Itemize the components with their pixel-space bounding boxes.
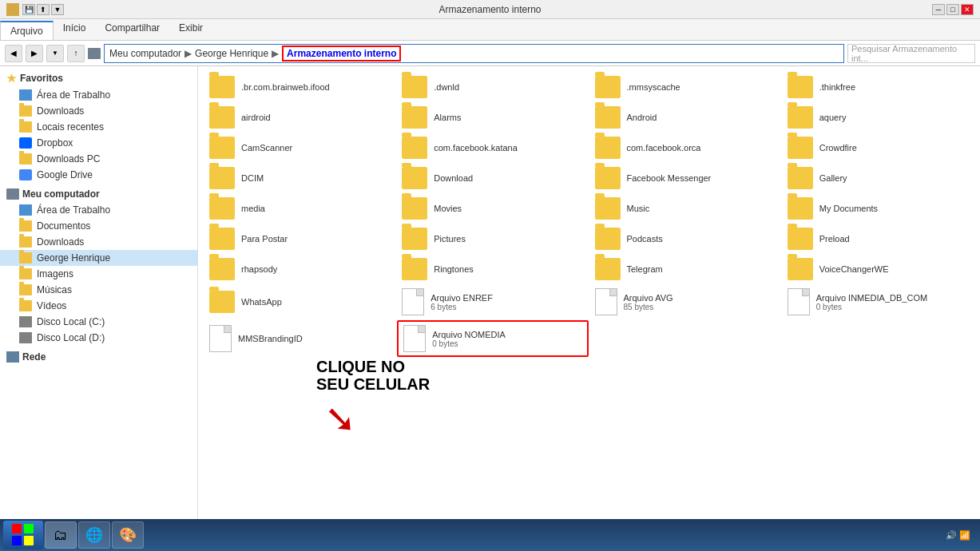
list-item[interactable]: Preload xyxy=(783,224,974,253)
sidebar-favorites-header[interactable]: ★ Favoritos xyxy=(0,69,197,87)
chrome-icon: 🌐 xyxy=(85,526,103,544)
sidebar-network-label: Rede xyxy=(22,351,46,363)
list-item[interactable]: Telegram xyxy=(590,255,781,283)
search-placeholder: Pesquisar Armazenamento int... xyxy=(851,44,971,63)
folder-icon-large xyxy=(595,137,621,159)
breadcrumb-george[interactable]: George Henrique xyxy=(195,48,268,59)
folder-icon-large xyxy=(788,137,813,159)
folder-icon-large xyxy=(402,76,427,98)
file-icon xyxy=(403,325,426,352)
tab-inicio[interactable]: Início xyxy=(54,19,96,40)
list-item[interactable]: Arquivo INMEDIA_DB_COM0 bytes xyxy=(783,285,974,319)
list-item[interactable]: Para Postar xyxy=(204,224,395,253)
list-item[interactable]: DCIM xyxy=(204,164,395,192)
list-item[interactable]: Download xyxy=(397,164,588,192)
list-item[interactable]: Pictures xyxy=(397,224,588,253)
file-size: 85 bytes xyxy=(624,303,673,311)
sidebar-item-george[interactable]: George Henrique xyxy=(0,250,197,266)
list-item[interactable]: aquery xyxy=(783,103,974,132)
up-button[interactable]: ↑ xyxy=(67,45,85,62)
folder-icon xyxy=(19,268,32,279)
sidebar-item-downloads[interactable]: Downloads xyxy=(0,234,197,250)
save-btn[interactable]: 💾 xyxy=(22,4,35,15)
file-size: 0 bytes xyxy=(432,339,506,348)
back-button[interactable]: ◀ xyxy=(5,45,22,62)
start-button[interactable] xyxy=(3,521,43,549)
address-bar: ◀ ▶ ▼ ↑ Meu computador ▶ George Henrique… xyxy=(0,41,980,66)
folder-icon xyxy=(19,105,32,117)
dropbox-icon xyxy=(19,137,32,149)
folder-icon-large xyxy=(788,197,813,220)
list-item[interactable]: Arquivo AVG85 bytes xyxy=(590,285,781,319)
breadcrumb-computer[interactable]: Meu computador xyxy=(109,48,181,59)
list-item[interactable]: Arquivo ENREF6 bytes xyxy=(397,285,588,319)
sidebar-item-images[interactable]: Imagens xyxy=(0,266,197,282)
sidebar-item-downloads-fav[interactable]: Downloads xyxy=(0,103,197,119)
list-item[interactable]: airdroid xyxy=(204,103,395,132)
folder-icon-large xyxy=(595,76,621,98)
list-item[interactable]: Crowdfire xyxy=(783,133,974,162)
up-btn[interactable]: ⬆ xyxy=(37,4,50,15)
tab-arquivo[interactable]: Arquivo xyxy=(0,21,54,40)
network-icon xyxy=(6,351,19,363)
folder-icon-large xyxy=(209,258,235,280)
folder-name: Facebook Messenger xyxy=(627,173,712,183)
list-item[interactable]: WhatsApp xyxy=(204,285,395,319)
search-box[interactable]: Pesquisar Armazenamento int... xyxy=(847,44,975,63)
list-item[interactable]: Alarms xyxy=(397,103,588,132)
list-item[interactable]: .thinkfree xyxy=(783,73,974,101)
list-item[interactable]: Ringtones xyxy=(397,255,588,283)
sidebar-item-videos[interactable]: Vídeos xyxy=(0,298,197,314)
list-item[interactable]: CamScanner xyxy=(204,133,395,162)
folder-name: Pictures xyxy=(434,234,466,244)
sidebar-item-drive-d[interactable]: Disco Local (D:) xyxy=(0,330,197,346)
sidebar-item-dropbox[interactable]: Dropbox xyxy=(0,135,197,151)
list-item[interactable]: Podcasts xyxy=(590,224,781,253)
list-item[interactable]: rhapsody xyxy=(204,255,395,283)
list-item[interactable]: Movies xyxy=(397,194,588,223)
taskbar-photoshop[interactable]: 🎨 xyxy=(112,521,144,549)
sidebar-item-gdrive[interactable]: Google Drive xyxy=(0,167,197,183)
taskbar-explorer[interactable]: 🗂 xyxy=(45,521,77,549)
list-item[interactable]: Facebook Messenger xyxy=(590,164,781,192)
file-name: Arquivo AVG xyxy=(624,293,673,303)
annotation-arrow: ➘ xyxy=(324,396,430,441)
sidebar-item-downloads-pc[interactable]: Downloads PC xyxy=(0,151,197,167)
list-item[interactable]: .br.com.brainweb.ifood xyxy=(204,73,395,101)
sidebar-item-drive-c[interactable]: Disco Local (C:) xyxy=(0,314,197,330)
dropdown-nav-btn[interactable]: ▼ xyxy=(46,45,64,62)
sidebar-item-recent[interactable]: Locais recentes xyxy=(0,119,197,135)
minimize-btn[interactable]: ─ xyxy=(932,4,945,15)
list-item[interactable]: com.facebook.katana xyxy=(397,133,588,162)
list-item[interactable]: .mmsyscache xyxy=(590,73,781,101)
list-item[interactable]: media xyxy=(204,194,395,223)
start-icon xyxy=(12,524,34,546)
list-item[interactable]: VoiceChangerWE xyxy=(783,255,974,283)
list-item[interactable]: Gallery xyxy=(783,164,974,192)
sidebar-computer-header[interactable]: Meu computador xyxy=(0,186,197,202)
file-name: Arquivo NOMEDIA xyxy=(432,330,506,339)
dropdown-btn[interactable]: ▼ xyxy=(51,4,64,15)
sidebar-item-documents[interactable]: Documentos xyxy=(0,218,197,234)
breadcrumb-storage[interactable]: Armazenamento interno xyxy=(282,46,401,61)
list-item[interactable]: Arquivo NOMEDIA0 bytes xyxy=(397,320,588,357)
list-item[interactable]: Android xyxy=(590,103,781,132)
list-item[interactable]: .dwnld xyxy=(397,73,588,101)
maximize-btn[interactable]: □ xyxy=(946,4,959,15)
folder-name: com.facebook.orca xyxy=(627,143,701,153)
list-item[interactable]: com.facebook.orca xyxy=(590,133,781,162)
forward-button[interactable]: ▶ xyxy=(26,45,43,62)
sidebar-item-desktop2[interactable]: Área de Trabalho xyxy=(0,202,197,218)
sidebar-network-header[interactable]: Rede xyxy=(0,349,197,365)
close-btn[interactable]: ✕ xyxy=(961,4,974,15)
sidebar-item-music[interactable]: Músicas xyxy=(0,282,197,298)
list-item[interactable]: Music xyxy=(590,194,781,223)
sidebar-item-desktop[interactable]: Área de Trabalho xyxy=(0,87,197,103)
tab-exibir[interactable]: Exibir xyxy=(169,19,212,40)
tab-compartilhar[interactable]: Compartilhar xyxy=(95,19,169,40)
list-item[interactable]: MMSBrandingID xyxy=(204,320,395,357)
folder-icon xyxy=(19,236,32,248)
list-item[interactable]: My Documents xyxy=(783,194,974,223)
taskbar-chrome[interactable]: 🌐 xyxy=(78,521,110,549)
explorer-icon: 🗂 xyxy=(54,527,68,544)
